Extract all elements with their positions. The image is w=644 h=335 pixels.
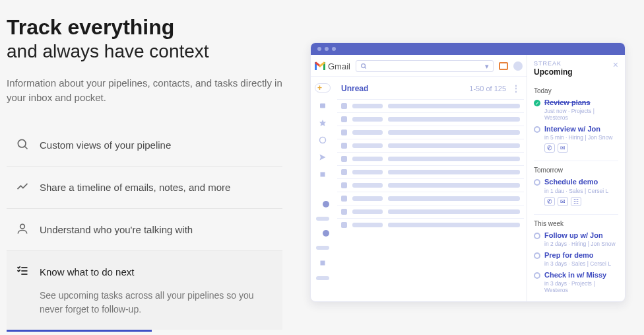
search-icon	[360, 63, 367, 69]
inbox-count: 1-50 of 125	[469, 85, 506, 93]
mail-row[interactable]	[337, 192, 524, 205]
task-item[interactable]: Prep for demo in 3 days · Sales | Cersei…	[534, 251, 618, 267]
nav-placeholder	[316, 276, 329, 280]
svg-rect-13	[321, 261, 325, 266]
task-meta: in 2 days · Hiring | Jon Snow	[544, 241, 616, 247]
inbox-icon[interactable]	[319, 102, 327, 110]
nav-placeholder	[316, 246, 329, 250]
gmail-topbar: Gmail ▾	[311, 55, 527, 77]
task-check-icon[interactable]	[534, 179, 540, 186]
phone-icon[interactable]: ✆	[544, 197, 555, 206]
mail-row[interactable]	[337, 205, 524, 218]
kebab-icon[interactable]: ⋮	[511, 83, 520, 94]
svg-point-6	[362, 64, 366, 68]
task-meta: Just now · Projects | Westeros	[544, 108, 618, 121]
search-input[interactable]: ▾	[356, 60, 494, 72]
feature-timeline[interactable]: Share a timeline of emails, notes, and m…	[7, 167, 282, 209]
svg-marker-11	[320, 155, 326, 161]
task-title: Prep for demo	[544, 251, 611, 260]
feature-custom-views[interactable]: Custom views of your pipeline	[7, 124, 282, 167]
task-title: Review plans	[544, 98, 618, 107]
streak-title: Upcoming	[534, 67, 573, 77]
task-item[interactable]: Schedule demo in 1 dau · Sales | Cersei …	[534, 178, 618, 194]
task-actions: ✆ ✉	[544, 143, 618, 153]
task-check-icon[interactable]	[534, 126, 540, 133]
mail-row[interactable]	[337, 178, 524, 192]
streak-sidebar: STREAK Upcoming × Today Review plans Jus…	[527, 55, 625, 301]
task-meta: in 3 days · Projects | Westeros	[544, 280, 618, 293]
star-icon[interactable]	[319, 119, 327, 127]
contact-bubble[interactable]	[323, 201, 329, 207]
checklist-icon	[16, 264, 29, 279]
svg-point-2	[20, 224, 25, 229]
timeline-icon	[16, 180, 29, 195]
section-thisweek: This week	[534, 214, 618, 227]
close-icon[interactable]: ×	[613, 60, 618, 69]
search-icon	[16, 137, 29, 153]
svg-line-7	[365, 67, 366, 69]
gmail-brand: Gmail	[328, 61, 350, 71]
nav-placeholder	[316, 217, 329, 221]
svg-point-10	[320, 137, 326, 143]
task-item[interactable]: Interview w/ Jon in 5 min · Hiring | Jon…	[534, 125, 618, 141]
svg-rect-8	[320, 104, 325, 108]
feature-label: Custom views of your pipeline	[40, 139, 171, 151]
contact-bubble[interactable]	[323, 230, 329, 237]
mail-icon[interactable]: ✉	[558, 197, 568, 206]
task-check-icon[interactable]	[534, 252, 540, 259]
task-check-icon[interactable]	[534, 100, 540, 106]
mail-row[interactable]	[337, 165, 524, 178]
avatar[interactable]	[513, 61, 523, 71]
gmail-nav: +	[311, 77, 335, 301]
task-meta: in 5 min · Hiring | Jon Snow	[544, 134, 612, 141]
hero-lead: Information about your pipelines, contac…	[7, 76, 282, 106]
mail-row[interactable]	[337, 152, 524, 165]
task-meta: in 3 days · Sales | Cersei L	[544, 260, 611, 267]
task-meta: in 1 dau · Sales | Cersei L	[544, 188, 608, 194]
streak-brand: STREAK	[534, 60, 573, 67]
phone-icon[interactable]: ✆	[544, 143, 555, 153]
window-dot	[325, 47, 329, 51]
task-title: Follow up w/ Jon	[544, 231, 616, 240]
more-icon[interactable]	[319, 259, 327, 267]
mail-row[interactable]	[337, 99, 524, 112]
mail-row[interactable]	[337, 218, 524, 231]
svg-marker-9	[319, 120, 326, 126]
svg-rect-12	[321, 172, 325, 177]
section-tomorrow: Tomorrow	[534, 161, 618, 174]
gmail-logo: Gmail	[315, 61, 350, 71]
feature-contacts[interactable]: Understand who you're talking with	[7, 209, 282, 251]
sent-icon[interactable]	[319, 153, 327, 161]
compose-button[interactable]: +	[315, 83, 331, 93]
task-check-icon[interactable]	[534, 272, 540, 279]
mail-row[interactable]	[337, 126, 524, 139]
label-icon[interactable]	[319, 170, 327, 178]
feature-label: Understand who you're talking with	[40, 224, 193, 235]
feature-description: See upcoming tasks across all your pipel…	[40, 289, 277, 316]
task-actions: ✆ ✉ ☷	[544, 197, 618, 206]
clock-icon[interactable]	[319, 136, 327, 144]
mail-icon[interactable]: ✉	[558, 143, 568, 153]
feature-tasks[interactable]: Know what to do next See upcoming tasks …	[7, 251, 282, 330]
calendar-icon[interactable]: ☷	[571, 197, 581, 206]
gmail-window: Gmail ▾ +	[310, 42, 626, 302]
feature-label: Know what to do next	[40, 266, 134, 278]
svg-point-0	[18, 139, 26, 147]
task-check-icon[interactable]	[534, 233, 540, 239]
streak-icon[interactable]	[499, 62, 508, 70]
task-item[interactable]: Follow up w/ Jon in 2 days · Hiring | Jo…	[534, 231, 618, 247]
mail-row[interactable]	[337, 112, 524, 126]
section-today: Today	[534, 85, 618, 94]
person-icon	[16, 222, 29, 237]
svg-line-1	[25, 147, 28, 149]
task-title: Interview w/ Jon	[544, 125, 612, 133]
window-dot	[332, 47, 336, 51]
feature-label: Share a timeline of emails, notes, and m…	[40, 182, 230, 193]
task-item[interactable]: Check in w/ Missy in 3 days · Projects |…	[534, 271, 618, 293]
hero-column: Track everything and always have context…	[0, 0, 290, 335]
gmail-m-icon	[315, 62, 325, 70]
mail-row[interactable]	[337, 139, 524, 152]
hero-title: Track everything	[7, 16, 282, 39]
task-item[interactable]: Review plans Just now · Projects | Weste…	[534, 98, 618, 121]
inbox-header: Unread 1-50 of 125 ⋮	[337, 77, 524, 99]
